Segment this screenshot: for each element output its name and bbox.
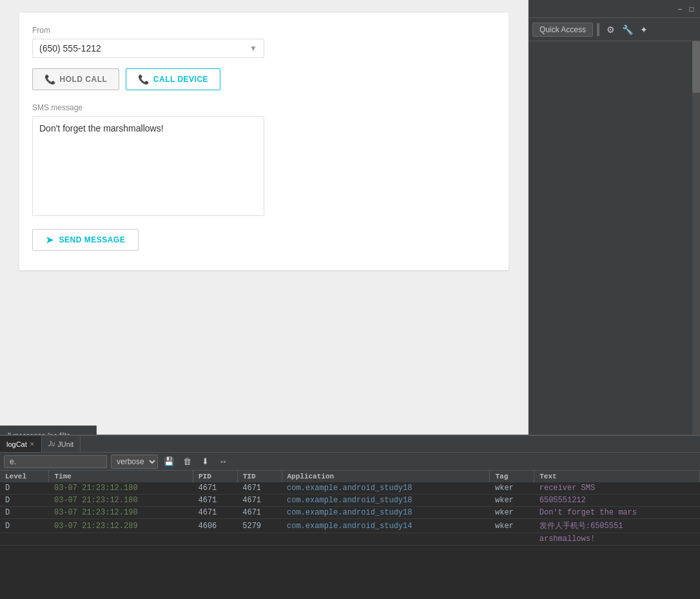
logcat-table-body: D 03-07 21:23:12.180 4671 4671 com.examp…	[0, 482, 700, 545]
quick-access-bar: Quick Access ⚙ 🔧 ✦	[529, 18, 700, 41]
bottom-tabs-bar: logCat ✕ Ju JUnit	[0, 436, 700, 453]
ide-top-bar: − □	[529, 0, 700, 18]
phone-hold-icon: 📞	[44, 74, 56, 84]
cell-empty	[0, 533, 534, 545]
cell-text: 发件人手机号:6505551	[534, 519, 700, 533]
ide-tool-icon-2[interactable]: 🔧	[620, 23, 634, 37]
send-message-button[interactable]: ➤ SEND MESSAGE	[32, 229, 139, 251]
logcat-panel: logCat ✕ Ju JUnit verbose 💾 🗑 ⬇ ↔ Level …	[0, 435, 700, 599]
ide-tool-icon-3[interactable]: ✦	[637, 23, 651, 37]
cell-tid: 4671	[237, 495, 282, 507]
table-row: D 03-07 21:23:12.289 4606 5279 com.examp…	[0, 519, 700, 533]
col-time: Time	[49, 471, 193, 482]
cell-tid: 4671	[237, 482, 282, 495]
cell-time: 03-07 21:23:12.289	[49, 519, 193, 533]
logcat-scroll-button[interactable]: ⬇	[198, 455, 212, 469]
cell-tag: wker	[490, 507, 534, 519]
hold-call-button[interactable]: 📞 HOLD CALL	[32, 68, 119, 90]
cell-time: 03-07 21:23:12.180	[49, 495, 193, 507]
junit-icon: Ju	[48, 440, 55, 447]
phone-call-icon: 📞	[138, 74, 150, 84]
send-message-label: SEND MESSAGE	[59, 235, 126, 244]
phone-number-select[interactable]: (650) 555-1212 ▼	[32, 39, 264, 58]
hold-call-label: HOLD CALL	[60, 75, 108, 84]
cell-extra-text: arshmallows!	[534, 533, 700, 545]
logcat-table: Level Time PID TID Application Tag Text …	[0, 471, 700, 545]
ide-tool-icon-1[interactable]: ⚙	[603, 23, 617, 37]
logcat-clear-button[interactable]: 🗑	[180, 455, 194, 469]
cell-level: D	[0, 519, 49, 533]
from-label: From	[32, 26, 496, 35]
logcat-filter-input[interactable]	[4, 455, 107, 468]
logcat-wrap-button[interactable]: ↔	[216, 455, 230, 469]
cell-level: D	[0, 495, 49, 507]
table-row-extra: arshmallows!	[0, 533, 700, 545]
dropdown-arrow-icon: ▼	[249, 44, 257, 53]
tab-junit[interactable]: Ju JUnit	[42, 436, 81, 452]
send-message-row: ➤ SEND MESSAGE	[32, 229, 496, 251]
restore-button[interactable]: □	[687, 5, 696, 14]
cell-application: com.example.android_study18	[282, 495, 490, 507]
cell-tid: 4671	[237, 507, 282, 519]
col-application: Application	[282, 471, 490, 482]
quick-access-button[interactable]: Quick Access	[532, 23, 593, 37]
cell-pid: 4671	[193, 495, 237, 507]
table-row: D 03-07 21:23:12.180 4671 4671 com.examp…	[0, 495, 700, 507]
cell-tag: wker	[490, 519, 534, 533]
cell-text: 6505551212	[534, 495, 700, 507]
call-device-button[interactable]: 📞 CALL DEVICE	[126, 68, 220, 90]
send-icon: ➤	[46, 235, 54, 245]
cell-pid: 4671	[193, 507, 237, 519]
cell-level: D	[0, 507, 49, 519]
cell-time: 03-07 21:23:12.180	[49, 482, 193, 495]
logcat-save-button[interactable]: 💾	[162, 455, 176, 469]
col-level: Level	[0, 471, 49, 482]
cell-pid: 4606	[193, 519, 237, 533]
cell-text: Don't forget the mars	[534, 507, 700, 519]
call-device-label: CALL DEVICE	[153, 75, 208, 84]
sms-textarea[interactable]: Don't forget the marshmallows!	[32, 116, 264, 216]
cell-time: 03-07 21:23:12.190	[49, 507, 193, 519]
tab-logcat[interactable]: logCat ✕	[0, 436, 42, 452]
cell-text: receiver SMS	[534, 482, 700, 495]
table-row: D 03-07 21:23:12.180 4671 4671 com.examp…	[0, 482, 700, 495]
tab-logcat-close[interactable]: ✕	[30, 441, 35, 447]
call-buttons-row: 📞 HOLD CALL 📞 CALL DEVICE	[32, 68, 496, 90]
logcat-table-container: Level Time PID TID Application Tag Text …	[0, 471, 700, 599]
col-tid: TID	[237, 471, 282, 482]
minimize-button[interactable]: −	[676, 5, 685, 14]
phone-number-value: (650) 555-1212	[39, 43, 249, 54]
col-text: Text	[534, 471, 700, 482]
cell-tid: 5279	[237, 519, 282, 533]
cell-pid: 4671	[193, 482, 237, 495]
sms-label: SMS message	[32, 103, 496, 112]
cell-application: com.example.android_study18	[282, 507, 490, 519]
tab-logcat-label: logCat	[6, 440, 27, 448]
col-pid: PID	[193, 471, 237, 482]
verbose-select[interactable]: verbose	[111, 455, 158, 469]
cell-application: com.example.android_study18	[282, 482, 490, 495]
tab-junit-label: JUnit	[57, 440, 73, 448]
cell-application: com.example.android_study14	[282, 519, 490, 533]
logcat-toolbar: verbose 💾 🗑 ⬇ ↔	[0, 453, 700, 471]
col-tag: Tag	[490, 471, 534, 482]
phone-card: From (650) 555-1212 ▼ 📞 HOLD CALL 📞 CALL…	[19, 13, 509, 270]
cell-level: D	[0, 482, 49, 495]
table-row: D 03-07 21:23:12.190 4671 4671 com.examp…	[0, 507, 700, 519]
table-header-row: Level Time PID TID Application Tag Text	[0, 471, 700, 482]
cell-tag: wker	[490, 495, 534, 507]
cell-tag: wker	[490, 482, 534, 495]
